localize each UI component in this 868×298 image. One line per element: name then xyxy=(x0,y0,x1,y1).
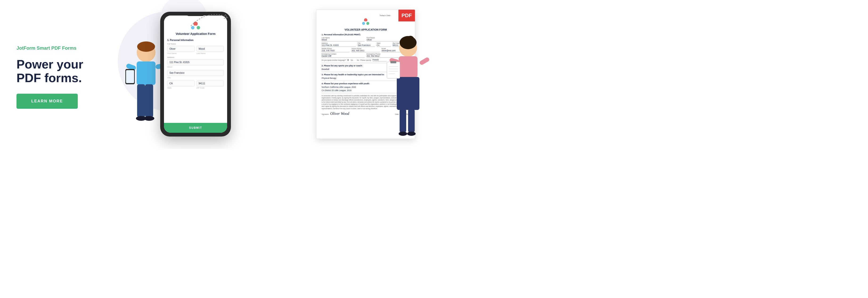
pdf-signature-value: Oliver Wood xyxy=(330,111,349,115)
pdf-last-name-label: Last Name: xyxy=(321,37,365,39)
left-content: JotForm Smart PDF Forms Power your PDF f… xyxy=(0,0,99,149)
pdf-language-no: No xyxy=(357,59,359,61)
svg-point-35 xyxy=(407,132,415,136)
brand-label: JotForm Smart PDF Forms xyxy=(17,45,85,51)
pdf-address-label: Address: xyxy=(321,42,356,44)
phone-street-input[interactable]: 111 Pine St. #1815 xyxy=(167,59,224,65)
phone-city-sublabel: City xyxy=(167,76,224,78)
pdf-mobile-value: 216, 378 7503 xyxy=(321,49,350,52)
phone-state-zip-row: CA State 94111 ZIP Code xyxy=(167,80,224,89)
pdf-logo-row xyxy=(321,18,410,26)
pdf-emergency-label: Emergency Contact: xyxy=(321,53,365,55)
right-area: Volunteer Application Form 1. Personal I… xyxy=(99,0,434,149)
phone-screen-body: Full Name Oliver First Name Wood Last Na… xyxy=(164,43,227,123)
svg-point-17 xyxy=(362,22,365,25)
phone-full-name-group: Full Name Oliver First Name Wood Last Na… xyxy=(167,43,224,54)
svg-rect-6 xyxy=(145,84,153,117)
svg-point-34 xyxy=(399,132,407,136)
phone-full-name-label: Full Name xyxy=(167,43,224,45)
svg-rect-2 xyxy=(137,61,155,85)
phone-city-input[interactable]: San Francisco xyxy=(167,70,224,76)
pdf-badge: PDF xyxy=(398,10,415,22)
svg-rect-31 xyxy=(419,57,430,66)
pdf-address-value: 111 Pine St. #1815 xyxy=(321,44,356,47)
svg-point-8 xyxy=(144,116,154,121)
learn-more-button[interactable]: LEARN MORE xyxy=(17,94,78,109)
phone-city-group: San Francisco City xyxy=(167,70,224,78)
phone-last-name-input[interactable]: Wood xyxy=(196,46,224,52)
svg-rect-10 xyxy=(126,70,134,83)
svg-rect-5 xyxy=(137,84,145,117)
svg-point-21 xyxy=(407,36,414,43)
pdf-city-label: City xyxy=(358,42,375,44)
phone-first-name-sublabel: First Name xyxy=(167,52,195,54)
phone-first-name-input[interactable]: Oliver xyxy=(167,46,195,52)
pdf-emergency-field: Emergency Contact: Daniel Cliff xyxy=(321,53,365,58)
pdf-language-question: Do you speak another language? xyxy=(321,59,346,61)
svg-point-16 xyxy=(366,22,369,25)
pdf-specify-label: Please specify xyxy=(361,59,371,61)
pdf-mobile-field: Mobile Phone: 216, 378 7503 xyxy=(321,48,350,52)
phone-submit-bar[interactable]: SUBMIT xyxy=(164,123,227,133)
svg-rect-32 xyxy=(400,109,406,133)
pdf-home-label: Home Phone: xyxy=(351,48,379,49)
svg-rect-33 xyxy=(408,109,415,133)
main-heading: Power your PDF forms. xyxy=(17,58,85,85)
pdf-language-yes: Yes xyxy=(350,59,353,61)
person-right-figure xyxy=(380,31,432,149)
pdf-last-name-value: Wood xyxy=(321,39,365,41)
phone-screen: Volunteer Application Form 1. Personal I… xyxy=(164,15,227,133)
dashed-arrow-icon xyxy=(188,7,236,31)
phone-section-label: 1. Personal Information xyxy=(164,39,193,41)
svg-point-1 xyxy=(137,41,155,52)
phone-last-name-sublabel: Last Name xyxy=(196,52,224,54)
phone-state-input[interactable]: CA xyxy=(167,80,195,87)
pdf-sig-block: Signature: Oliver Wood xyxy=(321,111,349,116)
pdf-home-field: Home Phone: 202, 555 2011 xyxy=(351,48,379,52)
svg-rect-23 xyxy=(397,77,420,110)
svg-point-18 xyxy=(365,21,367,23)
svg-rect-26 xyxy=(391,61,396,63)
pdf-city-value: San Francisco xyxy=(358,44,375,47)
phone-name-row: Oliver First Name Wood Last Name xyxy=(167,46,224,54)
phone-street-sublabel: Street xyxy=(167,66,224,68)
phone-state-sublabel: State xyxy=(167,87,195,89)
pdf-title: VOLUNTEER APPLICATION FORM xyxy=(321,28,410,31)
pdf-address-field: Address: 111 Pine St. #1815 xyxy=(321,42,356,47)
phone-address-label: Address xyxy=(167,56,224,59)
pdf-city-field: City San Francisco xyxy=(358,42,375,47)
banner-container: JotForm Smart PDF Forms Power your PDF f… xyxy=(0,0,434,149)
pdf-today-date: Today's Date: xyxy=(321,14,391,16)
pdf-mobile-label: Mobile Phone: xyxy=(321,48,350,49)
phone-form-title: Volunteer Application Form xyxy=(176,32,215,36)
svg-rect-22 xyxy=(399,56,417,77)
pdf-home-value: 202, 555 2011 xyxy=(351,49,379,52)
phone-submit-label: SUBMIT xyxy=(167,126,224,129)
pdf-emergency-value: Daniel Cliff xyxy=(321,55,365,58)
phone-zip-sublabel: ZIP Code xyxy=(196,87,224,89)
phone-zip-input[interactable]: 94111 xyxy=(196,80,224,87)
phone-address-group: Address 111 Pine St. #1815 Street xyxy=(167,56,224,68)
svg-rect-25 xyxy=(387,62,400,78)
pdf-logo-icon xyxy=(362,18,370,26)
pdf-last-name-field: Last Name: Wood xyxy=(321,37,365,41)
pdf-signature-label: Signature: xyxy=(321,113,329,115)
